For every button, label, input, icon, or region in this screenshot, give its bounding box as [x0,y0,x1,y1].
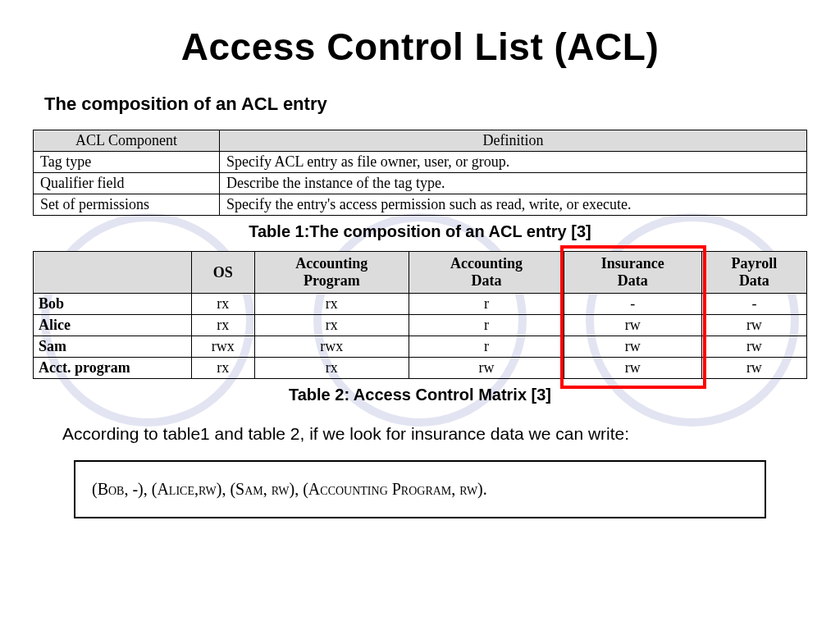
matrix-header [34,252,192,294]
matrix-cell: rx [192,315,255,336]
matrix-cell: rw [701,315,806,336]
table-row: Tag typeSpecify ACL entry as file owner,… [34,152,807,173]
definition-text-cell: Specify ACL entry as file owner, user, o… [220,152,807,173]
body-text: According to table1 and table 2, if we l… [62,424,783,444]
definition-table-header: Definition [220,130,807,152]
matrix-rowhead: Acct. program [34,358,192,379]
subheading: The composition of an ACL entry [44,94,807,115]
matrix-cell: rw [564,315,701,336]
definition-text-cell: Describe the instance of the tag type. [220,173,807,194]
matrix-header: InsuranceData [564,252,701,294]
tuple-box: (Bob, -), (Alice,rw), (Sam, rw), (Accoun… [74,460,766,518]
definition-component-cell: Qualifier field [34,173,220,194]
matrix-rowhead: Alice [34,315,192,336]
matrix-cell: rwx [192,336,255,358]
definition-table-header: ACL Component [34,130,220,152]
table1-caption: Table 1:The composition of an ACL entry … [33,222,807,241]
matrix-cell: rx [192,358,255,379]
matrix-cell: rw [701,336,806,358]
matrix-cell: r [409,315,564,336]
matrix-cell: rw [409,358,564,379]
table-row: Qualifier fieldDescribe the instance of … [34,173,807,194]
table-row: Acct. programrxrxrwrwrw [34,358,807,379]
matrix-header: AccountingData [409,252,564,294]
table-row: Samrwxrwxrrwrw [34,336,807,358]
matrix-cell: rx [192,294,255,315]
matrix-cell: rw [564,358,701,379]
matrix-cell: rx [254,315,409,336]
matrix-cell: - [701,294,806,315]
matrix-header: OS [192,252,255,294]
matrix-rowhead: Sam [34,336,192,358]
matrix-cell: r [409,336,564,358]
definition-component-cell: Tag type [34,152,220,173]
matrix-cell: rx [254,294,409,315]
definition-table: ACL ComponentDefinition Tag typeSpecify … [33,130,807,216]
matrix-header: PayrollData [701,252,806,294]
matrix-table-wrap: OSAccountingProgramAccountingDataInsuran… [33,251,807,379]
matrix-rowhead: Bob [34,294,192,315]
matrix-cell: rw [564,336,701,358]
matrix-cell: r [409,294,564,315]
table-row: Set of permissionsSpecify the entry's ac… [34,194,807,216]
definition-component-cell: Set of permissions [34,194,220,216]
matrix-cell: - [564,294,701,315]
matrix-cell: rw [701,358,806,379]
matrix-header: AccountingProgram [254,252,409,294]
definition-text-cell: Specify the entry's access permission su… [220,194,807,216]
table-row: Bobrxrxr-- [34,294,807,315]
table2-caption: Table 2: Access Control Matrix [3] [33,386,807,404]
matrix-cell: rwx [254,336,409,358]
matrix-table: OSAccountingProgramAccountingDataInsuran… [33,251,807,379]
slide-title: Access Control List (ACL) [33,25,807,69]
matrix-cell: rx [254,358,409,379]
table-row: Alicerxrxrrwrw [34,315,807,336]
